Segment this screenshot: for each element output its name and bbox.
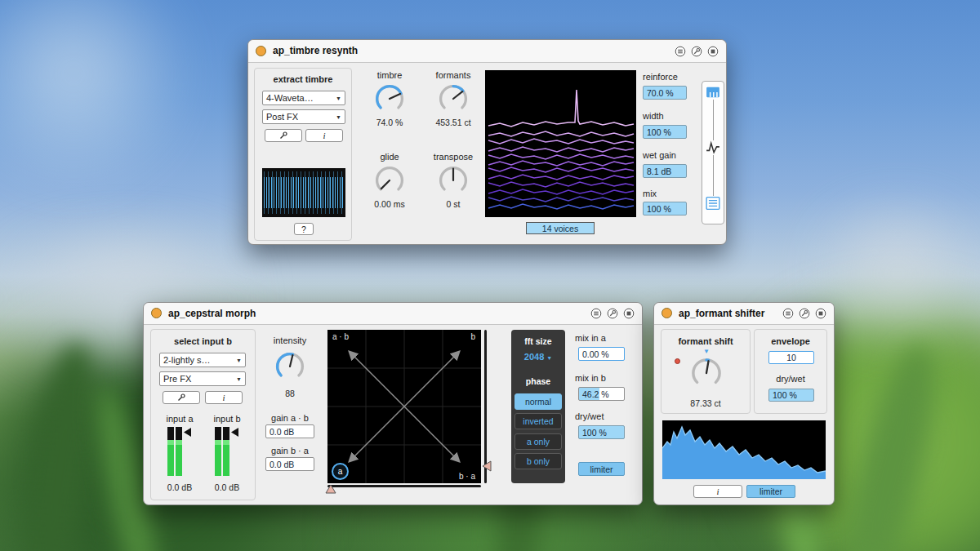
spectral-lines-graphic — [485, 70, 636, 217]
morph-xy-pad[interactable]: a · b b b · a a — [327, 330, 481, 483]
dry-wet-numbox[interactable]: 100 % — [768, 389, 814, 402]
device-power-toggle[interactable] — [662, 308, 672, 318]
input-a-meter[interactable] — [167, 427, 192, 476]
pad-corner-label: b — [470, 332, 475, 341]
knob-label: timbre — [377, 70, 403, 80]
info-button[interactable]: i — [693, 485, 742, 498]
wet-gain-numbox[interactable]: 8.1 dB — [643, 164, 687, 178]
chevron-down-icon: ▼ — [546, 355, 552, 361]
knob-value: 453.51 ct — [435, 118, 470, 127]
phase-mode-inverted[interactable]: inverted — [514, 413, 562, 429]
save-circle-icon[interactable] — [623, 308, 635, 319]
limiter-button[interactable]: limiter — [578, 462, 625, 476]
dial-icon[interactable] — [688, 354, 725, 392]
phase-mode-a-only[interactable]: a only — [514, 433, 562, 450]
edit-wrench-button[interactable] — [163, 391, 200, 404]
save-circle-icon[interactable] — [707, 46, 719, 57]
pad-corner-label: a · b — [332, 332, 349, 341]
hamburger-circle-icon[interactable] — [675, 46, 686, 57]
fx-position-select[interactable]: Post FX ▼ — [262, 109, 345, 124]
mix-in-b-label: mix in b — [575, 373, 606, 383]
section-heading: envelope — [755, 336, 826, 346]
gain-ab-numbox[interactable]: 0.0 dB — [265, 424, 314, 438]
wavetable-select[interactable]: 4-Waveta… ▼ — [262, 91, 345, 105]
titlebar[interactable]: ap_formant shifter — [654, 303, 834, 325]
dial-icon[interactable] — [372, 81, 408, 117]
list-icon[interactable] — [706, 196, 720, 211]
device-body: select input b 2-lightly s… ▼ Pre FX ▼ i… — [144, 324, 642, 504]
dropdown-value: 2-lightly s… — [163, 355, 210, 365]
info-button[interactable]: i — [305, 129, 343, 142]
section-heading: formant shift — [662, 336, 750, 346]
fft-phase-panel: fft size 2048▼ phase normal inverted a o… — [511, 330, 565, 483]
wrench-icon — [176, 393, 186, 402]
edit-wrench-button[interactable] — [265, 129, 302, 142]
phase-label: phase — [511, 376, 565, 386]
xy-pad-graphic — [327, 330, 481, 483]
help-button[interactable]: ? — [294, 223, 314, 235]
section-heading: select input b — [151, 336, 255, 346]
device-power-toggle[interactable] — [256, 46, 266, 56]
routing-strip — [702, 81, 724, 224]
window-title: ap_cepstral morph — [168, 303, 256, 324]
chevron-down-icon: ▼ — [336, 114, 341, 120]
param-label: mix — [643, 189, 657, 198]
dial-icon[interactable] — [435, 81, 471, 117]
param-label: wet gain — [643, 150, 676, 160]
hamburger-circle-icon[interactable] — [590, 308, 602, 319]
fft-size-select[interactable]: 2048▼ — [511, 352, 565, 362]
param-label: reinforce — [643, 72, 678, 82]
wrench-circle-icon[interactable] — [691, 46, 702, 57]
dry-wet-label: dry/wet — [755, 374, 826, 384]
desktop: ap_timbre resynth extract timbre 4-Wavet… — [0, 0, 980, 551]
knob-intensity: intensity 88 — [266, 335, 314, 398]
dry-wet-numbox[interactable]: 100 % — [578, 425, 625, 439]
gain-ba-numbox[interactable]: 0.0 dB — [265, 457, 314, 471]
activity-dot — [675, 358, 680, 364]
mix-numbox[interactable]: 100 % — [643, 202, 687, 216]
keyboard-icon[interactable] — [706, 85, 720, 100]
gain-ab-label: gain a · b — [265, 413, 314, 423]
knob-value: 0.00 ms — [374, 199, 404, 209]
x-slider-thumb-icon[interactable] — [325, 483, 336, 495]
voices-display[interactable]: 14 voices — [526, 222, 595, 234]
dry-wet-label: dry/wet — [575, 411, 604, 421]
x-slider-track[interactable] — [327, 485, 481, 487]
save-circle-icon[interactable] — [815, 308, 826, 319]
dial-icon[interactable] — [272, 349, 308, 384]
param-label: width — [643, 111, 664, 121]
mix-in-a-label: mix in a — [575, 333, 606, 343]
knob-value: 0 st — [447, 199, 461, 209]
width-numbox[interactable]: 100 % — [643, 125, 687, 139]
window-title: ap_formant shifter — [679, 303, 764, 324]
dial-icon[interactable] — [435, 162, 471, 198]
y-slider-thumb-icon[interactable] — [481, 460, 492, 472]
mix-in-a-numbox[interactable]: 0.00 % — [578, 347, 625, 361]
titlebar[interactable]: ap_cepstral morph — [144, 303, 642, 325]
device-power-toggle[interactable] — [151, 308, 162, 318]
dropdown-value: Pre FX — [163, 374, 191, 384]
wrench-circle-icon[interactable] — [799, 308, 810, 319]
phase-mode-normal[interactable]: normal — [514, 393, 562, 410]
titlebar[interactable]: ap_timbre resynth — [248, 40, 726, 63]
mix-in-b-numbox[interactable]: 46.2 % — [578, 387, 625, 401]
limiter-button[interactable]: limiter — [746, 485, 795, 498]
envelope-numbox[interactable]: 10 — [768, 351, 814, 364]
phase-mode-b-only[interactable]: b only — [514, 453, 562, 469]
info-button[interactable]: i — [205, 391, 243, 404]
knob-transpose: transpose 0 st — [427, 152, 479, 209]
wrench-icon — [278, 131, 288, 140]
waveform-graphic — [264, 177, 344, 208]
wrench-circle-icon[interactable] — [607, 308, 618, 319]
knob-label: transpose — [434, 152, 473, 162]
pad-position-handle[interactable]: a — [332, 463, 349, 480]
scope-icon[interactable] — [706, 140, 720, 155]
input-source-select[interactable]: 2-lightly s… ▼ — [159, 353, 246, 367]
hamburger-circle-icon[interactable] — [782, 308, 794, 319]
knob-label: intensity — [274, 335, 306, 345]
reinforce-numbox[interactable]: 70.0 % — [643, 86, 687, 100]
fx-position-select[interactable]: Pre FX ▼ — [159, 371, 246, 386]
resynthesis-spectral-display — [485, 70, 636, 217]
dial-icon[interactable] — [372, 162, 408, 198]
input-b-meter[interactable] — [215, 427, 239, 476]
